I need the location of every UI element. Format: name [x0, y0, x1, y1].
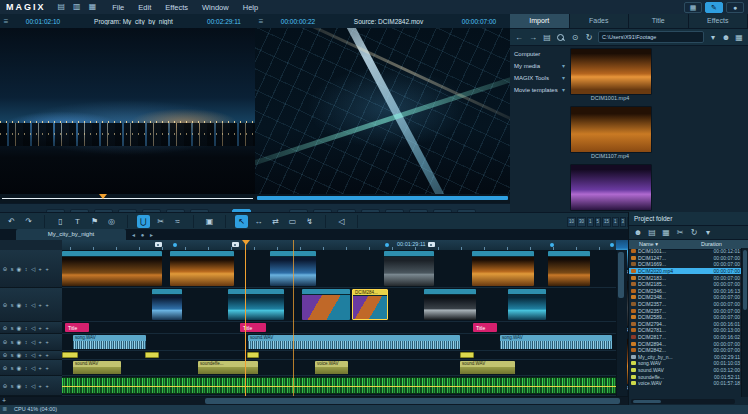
- preview-icon[interactable]: ◎: [105, 215, 118, 228]
- file-row[interactable]: DCIM2020.mp400:00:07:00: [629, 268, 742, 275]
- visibility-icon[interactable]: ◉: [16, 352, 22, 358]
- menu-item-help[interactable]: Help: [243, 3, 258, 12]
- save-project-icon[interactable]: ▦: [87, 2, 99, 12]
- chevron-down-icon[interactable]: ▾: [562, 60, 565, 72]
- tree-item-computer[interactable]: Computer: [512, 48, 566, 60]
- resize-icon[interactable]: ↕: [23, 339, 29, 345]
- clip[interactable]: [62, 251, 162, 286]
- clip[interactable]: [472, 251, 534, 286]
- clip[interactable]: sound.WAV: [73, 361, 121, 374]
- clip[interactable]: Title: [240, 323, 266, 332]
- zoom-preset[interactable]: 1: [612, 217, 619, 227]
- chevron-down-icon[interactable]: ▾: [562, 84, 565, 96]
- cursor-mode-icon[interactable]: ↖: [235, 215, 248, 228]
- clip[interactable]: [548, 251, 590, 286]
- clip[interactable]: [228, 289, 284, 320]
- snap-icon[interactable]: ⋃: [137, 215, 150, 228]
- visibility-icon[interactable]: ◉: [16, 365, 22, 371]
- solo-icon[interactable]: s: [9, 339, 15, 345]
- file-row[interactable]: sound.WAV00:03:12:00: [629, 367, 742, 374]
- scene-marker-icon[interactable]: [155, 242, 162, 247]
- audio-preview-icon[interactable]: ◁: [335, 215, 348, 228]
- clip[interactable]: [152, 289, 182, 320]
- title-icon[interactable]: T: [71, 215, 84, 228]
- zoom-preset[interactable]: 5: [595, 217, 602, 227]
- help-icon[interactable]: ●: [726, 2, 744, 13]
- movie-tab[interactable]: My_city_by_night: [16, 229, 126, 240]
- tab-nav-arrows[interactable]: ◂ ● ▸: [132, 231, 155, 238]
- options-icon[interactable]: ⊙: [570, 33, 580, 42]
- dropdown-icon[interactable]: ▾: [708, 33, 718, 42]
- file-row[interactable]: DCIM2894...00:00:07:00: [629, 340, 742, 347]
- lock-icon[interactable]: ⊝: [2, 383, 8, 389]
- menu-item-edit[interactable]: Edit: [138, 3, 151, 12]
- resize-icon[interactable]: ↕: [23, 383, 29, 389]
- automation-icon[interactable]: +: [44, 352, 50, 358]
- solo-icon[interactable]: s: [9, 365, 15, 371]
- chapter-marker-icon[interactable]: [610, 243, 614, 247]
- range-mode-icon[interactable]: ▭: [286, 215, 299, 228]
- clip[interactable]: [384, 251, 434, 286]
- open-project-icon[interactable]: ▥: [71, 2, 83, 12]
- mute-icon[interactable]: ◁: [30, 383, 36, 389]
- path-input[interactable]: C:\Users\X91\Footage: [598, 31, 704, 43]
- clip[interactable]: [145, 352, 159, 358]
- file-row[interactable]: DCIM2817...00:00:16:02: [629, 334, 742, 341]
- clip[interactable]: sound.WAV: [248, 335, 460, 349]
- project-scrollbar[interactable]: [741, 248, 748, 397]
- tab-title[interactable]: Title: [629, 14, 689, 28]
- film-icon[interactable]: ▦: [661, 228, 671, 237]
- lock-icon[interactable]: ⊝: [2, 302, 8, 308]
- solo-icon[interactable]: s: [9, 325, 15, 331]
- file-row[interactable]: song.WAV00:01:10:03: [629, 360, 742, 367]
- marker-icon[interactable]: ⚑: [88, 215, 101, 228]
- menu-item-effects[interactable]: Effects: [165, 3, 188, 12]
- timeline-vscrollbar[interactable]: [616, 250, 627, 396]
- track-header[interactable]: ⊝s◉↕◁++: [0, 376, 62, 396]
- automation-icon[interactable]: +: [44, 302, 50, 308]
- add-track-button[interactable]: +: [2, 397, 6, 404]
- clip[interactable]: song.WAV: [500, 335, 612, 349]
- lock-icon[interactable]: ⊝: [2, 352, 8, 358]
- tab-fades[interactable]: Fades: [570, 14, 630, 28]
- tree-view-icon[interactable]: ▤: [542, 33, 552, 42]
- visibility-icon[interactable]: ◉: [16, 302, 22, 308]
- tree-item-magix-tools[interactable]: MAGIX Tools▾: [512, 72, 566, 84]
- clip[interactable]: [170, 251, 234, 286]
- undo-icon[interactable]: ↶: [5, 215, 18, 228]
- user-icon[interactable]: ☻: [721, 33, 731, 42]
- file-row[interactable]: My_city_by_n...00:02:29:11: [629, 354, 742, 361]
- lock-icon[interactable]: ⊝: [2, 339, 8, 345]
- file-row[interactable]: DCIM2346...00:00:16:13: [629, 288, 742, 295]
- automation-icon[interactable]: +: [44, 266, 50, 272]
- automation-icon[interactable]: +: [44, 325, 50, 331]
- project-hscrollbar[interactable]: [631, 399, 735, 404]
- fx-icon[interactable]: +: [37, 325, 43, 331]
- lock-icon[interactable]: ⊝: [2, 266, 8, 272]
- resize-icon[interactable]: ↕: [23, 302, 29, 308]
- scene-marker-icon[interactable]: [232, 242, 239, 247]
- monitor-menu-icon[interactable]: ≡: [255, 17, 267, 26]
- mute-icon[interactable]: ◁: [30, 325, 36, 331]
- tab-import[interactable]: Import: [510, 14, 570, 28]
- visibility-icon[interactable]: ◉: [16, 383, 22, 389]
- automation-icon[interactable]: +: [44, 339, 50, 345]
- file-row[interactable]: DCIM1001...00:00:12:01: [629, 248, 742, 255]
- clip[interactable]: voice.WAV: [315, 361, 348, 374]
- fx-icon[interactable]: +: [37, 339, 43, 345]
- resize-icon[interactable]: ↕: [23, 352, 29, 358]
- import-icon[interactable]: ☻: [633, 228, 643, 237]
- zoom-preset[interactable]: 3: [620, 217, 627, 227]
- menu-item-file[interactable]: File: [112, 3, 124, 12]
- scroll-thumb[interactable]: [205, 398, 620, 404]
- zoom-preset[interactable]: 10: [567, 217, 576, 227]
- visibility-icon[interactable]: ◉: [16, 325, 22, 331]
- fx-icon[interactable]: +: [37, 266, 43, 272]
- new-project-icon[interactable]: ▤: [56, 2, 68, 12]
- tree-item-movie-templates[interactable]: Movie templates▾: [512, 84, 566, 96]
- audio-waveform-clip[interactable]: [62, 377, 616, 394]
- source-scrub-bar[interactable]: [255, 194, 510, 203]
- cut-icon[interactable]: ✂: [675, 228, 685, 237]
- file-row[interactable]: DCIM2842...00:00:07:00: [629, 347, 742, 354]
- tree-item-my-media[interactable]: My media▾: [512, 60, 566, 72]
